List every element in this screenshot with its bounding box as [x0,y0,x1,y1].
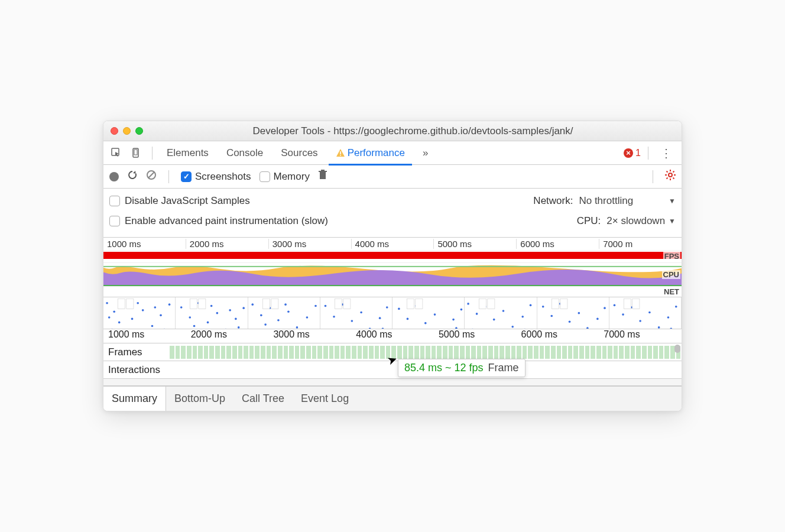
checkbox-icon [109,216,120,226]
svg-rect-119 [479,299,486,309]
svg-point-49 [243,307,245,309]
tab-bottom-up[interactable]: Bottom-Up [166,387,233,411]
svg-point-23 [106,302,108,304]
svg-point-126 [578,312,580,314]
svg-point-96 [434,313,436,316]
svg-point-56 [229,309,232,312]
net-lane: NET [103,286,682,297]
screenshot-thumb[interactable] [609,297,682,329]
collapsed-track[interactable] [103,379,682,386]
ruler-tick: 5000 ms [434,329,517,343]
screenshot-thumb[interactable] [320,297,392,329]
cpu-throttle-select[interactable]: 2× slowdown ▼ [606,215,676,227]
screenshot-thumb[interactable] [248,297,320,329]
reload-icon[interactable] [127,170,138,183]
overview-ruler[interactable]: 1000 ms 2000 ms 3000 ms 4000 ms 5000 ms … [103,238,682,251]
warning-icon [336,148,345,158]
tooltip-metric: 85.4 ms ~ 12 fps [404,362,484,374]
tab-call-tree[interactable]: Call Tree [233,387,293,411]
overview-pane[interactable]: 1000 ms 2000 ms 3000 ms 4000 ms 5000 ms … [103,238,682,329]
svg-point-108 [476,313,478,315]
checkbox-icon [109,196,120,206]
fps-lane: FPS [103,251,682,262]
svg-point-65 [296,326,298,329]
svg-line-6 [148,172,154,178]
svg-rect-41 [176,297,247,329]
svg-point-66 [306,316,308,319]
svg-point-83 [379,317,381,319]
ruler-tick: 4000 ms [351,329,434,343]
screenshot-thumb[interactable] [465,297,537,329]
inspect-icon[interactable] [108,145,125,161]
devtools-window: Developer Tools - https://googlechrome.g… [103,121,682,411]
memory-checkbox[interactable]: Memory [259,171,310,183]
svg-point-42 [180,306,183,309]
dropdown-icon: ▼ [669,217,676,225]
svg-point-48 [235,318,237,320]
svg-rect-9 [321,170,325,171]
svg-rect-106 [465,297,536,329]
traffic-lights [111,127,143,135]
svg-point-129 [604,307,606,309]
dropdown-icon[interactable]: ▼ [669,197,676,205]
svg-rect-135 [609,297,681,329]
tab-summary[interactable]: Summary [103,387,166,411]
minimize-window-button[interactable] [123,127,131,135]
tab-elements[interactable]: Elements [160,141,216,165]
settings-icon[interactable] [665,170,676,183]
tab-event-log[interactable]: Event Log [293,387,357,411]
tab-console[interactable]: Console [219,141,270,165]
window-title: Developer Tools - https://googlechrome.g… [151,125,674,137]
paint-instrumentation-checkbox[interactable]: Enable advanced paint instrumentation (s… [109,215,328,227]
clear-icon[interactable] [146,170,157,183]
frames-bars[interactable] [168,343,682,361]
ruler-tick: 2000 ms [186,329,269,343]
screenshot-thumb[interactable] [176,297,248,329]
ruler-tick: 1000 ms [103,329,186,343]
svg-rect-89 [335,299,342,309]
svg-point-107 [467,303,469,305]
svg-rect-22 [103,297,175,329]
record-button[interactable] [109,172,119,181]
trash-icon[interactable] [318,170,327,183]
close-window-button[interactable] [111,127,118,135]
svg-rect-134 [560,299,567,309]
flame-chart-pane[interactable]: 1000 ms 2000 ms 3000 ms 4000 ms 5000 ms … [103,329,682,386]
flame-ruler[interactable]: 1000 ms 2000 ms 3000 ms 4000 ms 5000 ms … [103,329,682,343]
svg-rect-21 [103,266,682,267]
main-tabs-bar: Elements Console Sources Performance » 1… [103,141,682,165]
maximize-window-button[interactable] [135,127,143,135]
checkbox-icon [181,171,192,182]
device-toggle-icon[interactable] [128,145,145,161]
error-icon [624,148,633,158]
screenshots-checkbox[interactable]: Screenshots [181,171,251,183]
svg-point-46 [216,312,219,314]
disable-js-samples-checkbox[interactable]: Disable JavaScript Samples [109,195,250,207]
svg-point-111 [502,310,505,312]
fps-lane-label: FPS [663,252,680,261]
ruler-tick: 6000 ms [517,329,599,343]
tab-performance[interactable]: Performance [329,141,412,165]
svg-point-136 [613,304,615,307]
svg-point-72 [264,323,267,326]
more-options-icon[interactable]: ⋮ [656,146,677,160]
svg-rect-4 [340,155,341,156]
screenshots-strip[interactable] [103,297,682,329]
svg-point-60 [251,303,254,306]
cpu-value: 2× slowdown [606,215,665,227]
network-throttle-select[interactable]: No throttling [579,195,633,207]
screenshot-thumb[interactable] [537,297,609,329]
interactions-body: ➤ 85.4 ms ~ 12 fps Frame [168,361,682,378]
interactions-track[interactable]: Interactions ➤ 85.4 ms ~ 12 fps Frame [103,361,682,379]
error-count-badge[interactable]: 1 [624,148,641,158]
svg-rect-76 [320,297,392,329]
frame-tooltip: 85.4 ms ~ 12 fps Frame [398,359,526,377]
svg-rect-3 [340,151,341,154]
scrollbar-thumb[interactable] [674,345,680,353]
tab-sources[interactable]: Sources [274,141,325,165]
svg-rect-105 [416,299,423,309]
screenshot-thumb[interactable] [392,297,465,329]
tabs-overflow-button[interactable]: » [416,141,435,165]
screenshot-thumb[interactable] [103,297,176,329]
svg-point-10 [669,173,672,177]
